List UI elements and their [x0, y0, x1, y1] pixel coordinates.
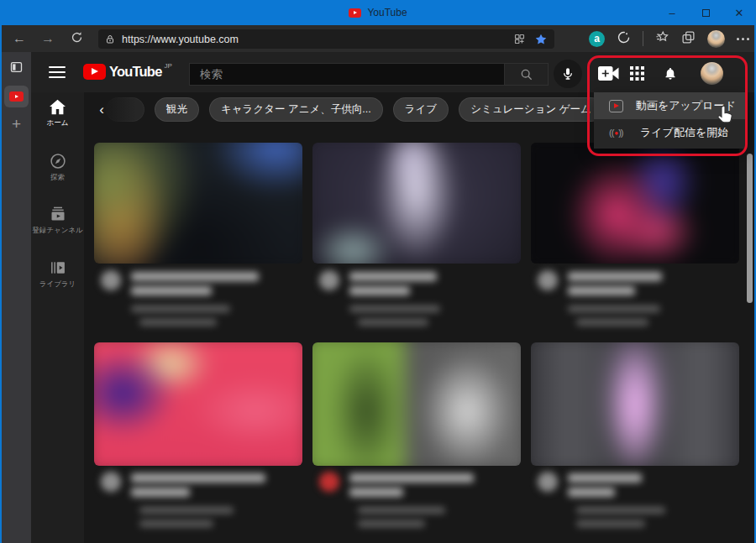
video-title-blurred[interactable] — [568, 272, 662, 281]
window-title: YouTube — [367, 7, 407, 18]
video-meta-blurred — [349, 305, 440, 312]
video-title-blurred[interactable] — [349, 488, 403, 497]
new-tab-button[interactable]: + — [12, 115, 21, 133]
address-bar[interactable]: https://www.youtube.com — [98, 29, 554, 49]
search-button[interactable] — [505, 63, 549, 86]
video-thumbnail[interactable] — [531, 143, 739, 264]
subscriptions-icon — [50, 206, 66, 222]
tab-youtube[interactable] — [4, 86, 29, 107]
video-title-blurred[interactable] — [568, 286, 635, 295]
search-box[interactable] — [189, 63, 505, 86]
youtube-logo[interactable]: YouTube JP — [83, 64, 172, 80]
url-text[interactable]: https://www.youtube.com — [122, 34, 505, 45]
channel-avatar[interactable] — [319, 270, 339, 290]
home-icon — [49, 99, 66, 115]
window-edge-left — [0, 25, 2, 543]
page-scrollbar-thumb[interactable] — [747, 154, 753, 303]
vertical-tab-strip: + — [2, 52, 31, 543]
video-title-blurred[interactable] — [131, 473, 265, 483]
video-title-blurred[interactable] — [131, 286, 212, 295]
refresh-button[interactable] — [62, 31, 91, 47]
video-thumbnail[interactable] — [94, 342, 302, 466]
channel-avatar[interactable] — [101, 270, 121, 290]
search-icon — [520, 68, 533, 81]
channel-avatar[interactable] — [101, 472, 121, 492]
video-meta-blurred — [358, 319, 428, 326]
collections-icon[interactable] — [681, 30, 696, 48]
youtube-country-badge: JP — [165, 62, 172, 70]
video-meta-blurred — [131, 305, 230, 312]
lock-icon — [105, 34, 115, 45]
youtube-play-icon — [83, 64, 106, 80]
browser-window: YouTube – ✕ ← → https://www.youtube.com … — [0, 0, 756, 543]
close-button[interactable]: ✕ — [722, 0, 756, 25]
back-button[interactable]: ← — [5, 31, 34, 46]
video-title-blurred[interactable] — [349, 272, 437, 281]
sidebar-item-home[interactable]: ホーム — [31, 99, 84, 141]
browser-profile-avatar[interactable] — [707, 30, 725, 48]
compass-icon — [50, 153, 66, 170]
chip-tourism[interactable]: 観光 — [155, 97, 199, 122]
video-grid — [84, 128, 747, 543]
browser-menu-icon[interactable] — [737, 38, 749, 40]
video-thumbnail[interactable] — [94, 143, 302, 264]
sidebar-item-library[interactable]: ライブラリ — [31, 259, 84, 301]
youtube-logo-text: YouTube — [109, 64, 162, 80]
sidebar-item-explore[interactable]: 探索 — [31, 153, 84, 195]
video-title-blurred[interactable] — [568, 473, 642, 483]
channel-avatar[interactable] — [538, 270, 558, 290]
maximize-icon — [702, 9, 710, 17]
video-meta-blurred — [576, 520, 645, 527]
microphone-icon — [561, 66, 575, 81]
mouse-cursor-hand — [716, 104, 736, 129]
search-input[interactable] — [190, 68, 504, 81]
chip-live[interactable]: ライブ — [393, 97, 449, 122]
youtube-favicon-icon — [349, 8, 361, 18]
chips-scroll-left-button[interactable]: ‹ — [91, 99, 113, 121]
sidebar-item-subscriptions[interactable]: 登録チャンネル — [31, 206, 84, 248]
video-meta-blurred — [568, 305, 660, 312]
video-title-blurred[interactable] — [349, 473, 474, 483]
channel-avatar[interactable] — [538, 472, 558, 492]
guide-sidebar: ホーム 探索 登録チャンネル ライブラリ — [31, 92, 84, 543]
video-title-blurred[interactable] — [131, 488, 190, 497]
minimize-button[interactable]: – — [655, 0, 689, 25]
window-tab-title: YouTube — [349, 7, 407, 18]
guide-menu-button[interactable] — [49, 66, 66, 78]
video-meta-blurred — [139, 319, 217, 326]
enhance-grid-icon[interactable] — [513, 33, 526, 45]
video-thumbnail[interactable] — [312, 342, 521, 466]
library-icon — [50, 259, 66, 276]
favorite-star-icon[interactable] — [534, 33, 548, 46]
video-meta-blurred — [358, 520, 425, 527]
vertical-tabs-toggle-icon[interactable] — [9, 60, 24, 77]
youtube-tab-icon — [9, 91, 24, 102]
extension-icon[interactable] — [617, 30, 631, 48]
video-title-blurred[interactable] — [349, 286, 410, 295]
video-title-blurred[interactable] — [568, 488, 615, 497]
video-meta-blurred — [139, 507, 234, 514]
forward-button[interactable]: → — [34, 31, 62, 46]
toolbar-divider — [643, 31, 643, 46]
video-thumbnail[interactable] — [312, 143, 521, 264]
amazon-extension-icon[interactable]: a — [589, 31, 605, 47]
video-thumbnail[interactable] — [531, 342, 739, 466]
video-title-blurred[interactable] — [131, 272, 259, 281]
maximize-button[interactable] — [689, 0, 722, 25]
voice-search-button[interactable] — [554, 60, 582, 88]
video-meta-blurred — [576, 319, 648, 326]
video-meta-blurred — [139, 520, 213, 527]
chip-simulation-game[interactable]: シミュレーション ゲーム — [459, 97, 603, 122]
channel-avatar[interactable] — [319, 472, 339, 492]
chip-character-anime[interactable]: キャラクター アニメ、子供向... — [209, 97, 383, 122]
video-meta-blurred — [576, 507, 665, 514]
title-bar: YouTube – ✕ — [0, 0, 756, 25]
video-meta-blurred — [358, 507, 445, 514]
favorites-hub-icon[interactable] — [655, 30, 669, 48]
